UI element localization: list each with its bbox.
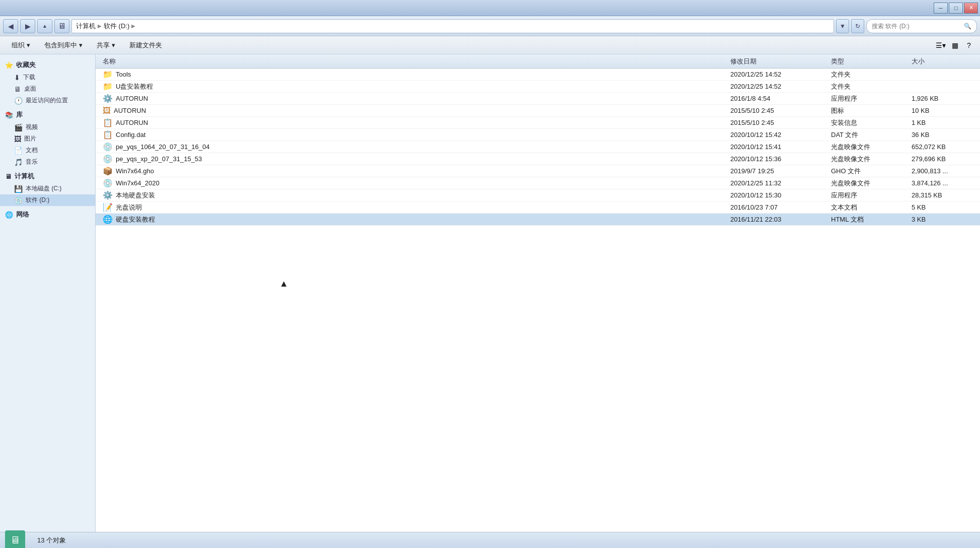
sidebar-item-video[interactable]: 🎬 视频 (0, 121, 95, 133)
sidebar-computer-header[interactable]: 🖥 计算机 (0, 170, 95, 183)
c-drive-icon: 💾 (14, 185, 23, 193)
refresh-button[interactable]: ↻ (851, 19, 864, 33)
up-button[interactable]: ▲ (37, 19, 52, 33)
file-size: 28,315 KB (912, 191, 942, 199)
sidebar-library-header[interactable]: 📚 库 (0, 108, 95, 121)
video-icon: 🎬 (14, 123, 23, 131)
d-drive-icon: 💿 (14, 196, 23, 204)
sidebar-favorites-header[interactable]: ⭐ 收藏夹 (0, 58, 95, 72)
file-size-cell: 279,696 KB (910, 155, 975, 163)
file-size: 36 KB (912, 131, 929, 139)
file-type: 安装信息 (831, 118, 857, 127)
search-icon: 🔍 (964, 23, 971, 30)
table-row[interactable]: 💿 pe_yqs_1064_20_07_31_16_04 2020/10/12 … (96, 141, 980, 153)
sidebar-network-header[interactable]: 🌐 网络 (0, 208, 95, 221)
table-row[interactable]: 🌐 硬盘安装教程 2016/11/21 22:03 HTML 文档 3 KB (96, 214, 980, 226)
file-size-cell: 5 KB (910, 203, 975, 211)
sidebar-item-pictures[interactable]: 🖼 图片 (0, 133, 95, 145)
file-modified: 2020/10/12 15:41 (730, 143, 781, 151)
breadcrumb[interactable]: 计算机 ▶ 软件 (D:) ▶ (71, 19, 834, 33)
file-name: Win7x64.gho (116, 167, 154, 175)
file-name: 光盘说明 (116, 203, 142, 212)
table-row[interactable]: 📋 Config.dat 2020/10/12 15:42 DAT 文件 36 … (96, 129, 980, 141)
file-modified: 2020/10/12 15:36 (730, 155, 781, 163)
file-type: 文本文档 (831, 203, 857, 212)
file-size-cell: 1,926 KB (910, 95, 975, 102)
file-size-cell: 2,900,813 ... (910, 167, 975, 175)
sidebar-item-d-drive[interactable]: 💿 软件 (D:) (0, 194, 95, 206)
file-modified: 2020/10/12 15:30 (730, 191, 781, 199)
table-row[interactable]: 📝 光盘说明 2016/10/23 7:07 文本文档 5 KB (96, 201, 980, 214)
table-row[interactable]: 📦 Win7x64.gho 2019/9/7 19:25 GHO 文件 2,90… (96, 165, 980, 177)
share-button[interactable]: 共享 ▾ (90, 38, 122, 52)
sidebar-item-documents[interactable]: 📄 文档 (0, 145, 95, 156)
file-type-cell: DAT 文件 (829, 130, 910, 140)
file-icon: ⚙️ (103, 94, 113, 103)
file-name-cell: 🖼 AUTORUN (101, 106, 728, 115)
table-row[interactable]: 📁 U盘安装教程 2020/12/25 14:52 文件夹 (96, 81, 980, 93)
sidebar-item-c-drive[interactable]: 💾 本地磁盘 (C:) (0, 183, 95, 194)
breadcrumb-computer[interactable]: 计算机 (76, 22, 96, 31)
dropdown-button[interactable]: ▼ (836, 19, 849, 33)
file-type-cell: 文件夹 (829, 70, 910, 79)
file-name: AUTORUN (116, 119, 148, 126)
table-row[interactable]: 💿 Win7x64_2020 2020/12/25 11:32 光盘映像文件 3… (96, 177, 980, 189)
file-size-cell: 3 KB (910, 216, 975, 223)
file-name-cell: ⚙️ 本地硬盘安装 (101, 190, 728, 200)
new-folder-label: 新建文件夹 (129, 41, 162, 50)
preview-pane-button[interactable]: ▦ (949, 39, 961, 51)
toolbar: 组织 ▾ 包含到库中 ▾ 共享 ▾ 新建文件夹 ☰ ▾ ▦ ? (0, 36, 980, 54)
file-type-cell: 文本文档 (829, 203, 910, 212)
table-row[interactable]: 💿 pe_yqs_xp_20_07_31_15_53 2020/10/12 15… (96, 153, 980, 165)
header-modified[interactable]: 修改日期 (728, 57, 829, 66)
file-modified: 2016/11/21 22:03 (730, 216, 781, 223)
file-icon: 💿 (103, 178, 113, 188)
library-icon: 📚 (5, 111, 13, 119)
table-row[interactable]: ⚙️ AUTORUN 2016/1/8 4:54 应用程序 1,926 KB (96, 93, 980, 105)
new-folder-button[interactable]: 新建文件夹 (123, 38, 169, 52)
file-size-cell: 1 KB (910, 119, 975, 126)
include-button[interactable]: 包含到库中 ▾ (38, 38, 89, 52)
table-row[interactable]: 📋 AUTORUN 2015/5/10 2:45 安装信息 1 KB (96, 117, 980, 129)
file-name: Win7x64_2020 (116, 179, 160, 187)
table-row[interactable]: 📁 Tools 2020/12/25 14:52 文件夹 (96, 68, 980, 81)
file-icon: 🖼 (103, 106, 111, 115)
file-size: 1 KB (912, 119, 926, 126)
sidebar-item-desktop[interactable]: 🖥 桌面 (0, 83, 95, 95)
file-modified: 2015/5/10 2:45 (730, 107, 774, 114)
close-button[interactable]: ✕ (964, 3, 978, 14)
organize-dropdown-icon: ▾ (27, 41, 30, 49)
table-row[interactable]: 🖼 AUTORUN 2015/5/10 2:45 图标 10 KB (96, 105, 980, 117)
header-size[interactable]: 大小 (910, 57, 975, 66)
header-type[interactable]: 类型 (829, 57, 910, 66)
file-modified-cell: 2015/5/10 2:45 (728, 107, 829, 114)
share-label: 共享 (97, 41, 110, 50)
sidebar-item-recent[interactable]: 🕐 最近访问的位置 (0, 95, 95, 106)
view-toggle-button[interactable]: ☰ ▾ (935, 39, 947, 51)
sidebar-item-music[interactable]: 🎵 音乐 (0, 156, 95, 168)
maximize-button[interactable]: □ (949, 3, 963, 14)
sidebar-computer-section: 🖥 计算机 💾 本地磁盘 (C:) 💿 软件 (D:) (0, 170, 95, 206)
file-list-body: 📁 Tools 2020/12/25 14:52 文件夹 📁 U盘安装教程 20… (96, 68, 980, 532)
sidebar-item-downloads[interactable]: ⬇ 下载 (0, 72, 95, 83)
breadcrumb-drive[interactable]: 软件 (D:) (104, 22, 129, 31)
file-name: Tools (116, 71, 131, 78)
file-icon: 💿 (103, 154, 113, 164)
table-row[interactable]: ⚙️ 本地硬盘安装 2020/10/12 15:30 应用程序 28,315 K… (96, 189, 980, 201)
file-type: HTML 文档 (831, 215, 864, 224)
organize-button[interactable]: 组织 ▾ (5, 38, 37, 52)
help-button[interactable]: ? (963, 39, 975, 51)
back-button[interactable]: ◀ (3, 19, 18, 33)
search-bar[interactable]: 🔍 (866, 19, 977, 33)
file-name-cell: 💿 pe_yqs_xp_20_07_31_15_53 (101, 154, 728, 164)
file-type-cell: 光盘映像文件 (829, 143, 910, 152)
file-modified-cell: 2020/12/25 14:52 (728, 83, 829, 90)
file-type-cell: HTML 文档 (829, 215, 910, 224)
minimize-button[interactable]: ─ (934, 3, 948, 14)
forward-button[interactable]: ▶ (20, 19, 35, 33)
file-type: 应用程序 (831, 94, 857, 103)
header-name[interactable]: 名称 (101, 57, 728, 66)
search-input[interactable] (872, 23, 964, 30)
file-icon: 💿 (103, 142, 113, 152)
file-type-cell: 应用程序 (829, 94, 910, 103)
